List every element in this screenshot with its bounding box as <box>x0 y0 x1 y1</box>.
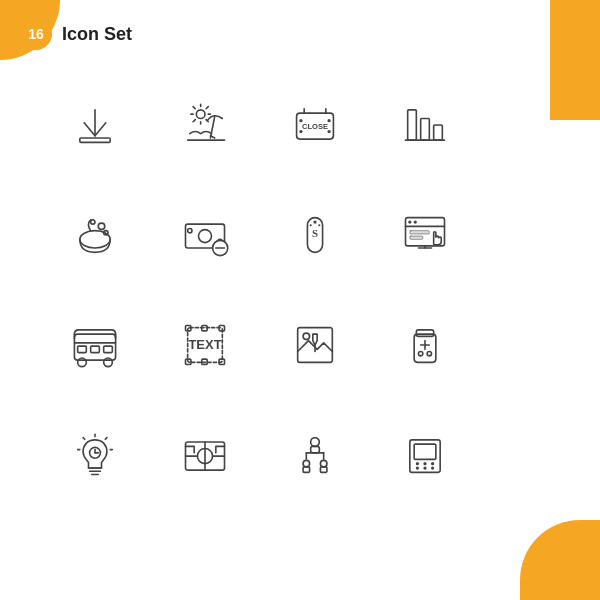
icon-cell-medicine[interactable] <box>370 290 480 400</box>
icon-cell-salt[interactable]: S <box>260 180 370 290</box>
svg-line-9 <box>206 107 208 109</box>
basketball-icon <box>179 429 231 481</box>
svg-point-38 <box>313 220 316 223</box>
text-tool-icon: TEXT <box>179 319 231 371</box>
svg-point-44 <box>414 220 417 223</box>
svg-point-28 <box>91 220 95 224</box>
svg-text:S: S <box>312 227 318 239</box>
svg-line-11 <box>210 116 214 138</box>
svg-point-55 <box>104 358 113 367</box>
svg-point-71 <box>419 352 423 356</box>
svg-point-40 <box>318 224 320 226</box>
badge: 16 <box>20 18 52 50</box>
svg-point-104 <box>416 466 419 469</box>
svg-rect-45 <box>410 231 430 234</box>
svg-line-77 <box>83 438 85 440</box>
svg-point-18 <box>299 119 302 122</box>
svg-rect-49 <box>74 334 115 360</box>
corner-decoration-tr <box>550 0 600 120</box>
icon-cell-idea[interactable] <box>40 400 150 510</box>
icon-cell-phone[interactable] <box>370 400 480 510</box>
svg-point-21 <box>327 130 330 133</box>
svg-rect-46 <box>410 236 423 239</box>
svg-rect-51 <box>78 346 87 353</box>
svg-rect-1 <box>80 138 110 142</box>
medicine-icon <box>399 319 451 371</box>
svg-rect-90 <box>311 446 320 453</box>
svg-rect-96 <box>303 467 310 472</box>
svg-point-103 <box>431 462 434 465</box>
svg-rect-24 <box>434 125 443 140</box>
svg-point-31 <box>199 230 212 243</box>
icon-cell-bar-chart[interactable] <box>370 70 480 180</box>
svg-line-79 <box>105 438 107 440</box>
icon-cell-web-analytics[interactable] <box>370 180 480 290</box>
svg-point-20 <box>327 119 330 122</box>
svg-point-43 <box>408 220 411 223</box>
svg-point-27 <box>98 223 105 230</box>
svg-rect-98 <box>320 467 327 472</box>
svg-point-101 <box>416 462 419 465</box>
svg-point-72 <box>427 352 431 356</box>
svg-rect-53 <box>104 346 113 353</box>
svg-point-26 <box>80 231 110 248</box>
icon-cell-soap[interactable] <box>40 180 150 290</box>
icon-cell-network[interactable] <box>260 400 370 510</box>
svg-point-106 <box>431 466 434 469</box>
icon-cell-beach[interactable] <box>150 70 260 180</box>
svg-line-7 <box>193 107 195 109</box>
network-icon <box>289 429 341 481</box>
svg-rect-52 <box>91 346 100 353</box>
svg-point-19 <box>299 130 302 133</box>
svg-text:CLOSE: CLOSE <box>302 122 328 131</box>
beach-icon <box>179 99 231 151</box>
header: 16 Icon Set <box>20 18 132 50</box>
svg-point-39 <box>310 224 312 226</box>
svg-rect-100 <box>414 444 436 459</box>
svg-line-10 <box>193 120 195 122</box>
svg-point-105 <box>423 466 426 469</box>
svg-point-89 <box>311 438 320 447</box>
svg-point-54 <box>78 358 87 367</box>
svg-point-95 <box>303 460 310 467</box>
bus-icon <box>69 319 121 371</box>
svg-rect-23 <box>421 119 430 141</box>
soap-icon <box>69 209 121 261</box>
icon-cell-bus[interactable] <box>40 290 150 400</box>
phone-icon <box>399 429 451 481</box>
close-sign-icon: CLOSE <box>289 99 341 151</box>
icon-cell-basketball[interactable] <box>150 400 260 510</box>
svg-point-32 <box>188 229 192 233</box>
web-analytics-icon <box>399 209 451 261</box>
page-title: Icon Set <box>62 24 132 45</box>
svg-point-97 <box>320 460 327 467</box>
svg-point-67 <box>303 333 310 340</box>
idea-icon <box>69 429 121 481</box>
icon-cell-close-sign[interactable]: CLOSE <box>260 70 370 180</box>
download-icon <box>69 99 121 151</box>
icon-cell-text-tool[interactable]: TEXT <box>150 290 260 400</box>
icon-cell-money-minus[interactable] <box>150 180 260 290</box>
svg-point-2 <box>196 110 205 119</box>
svg-text:TEXT: TEXT <box>188 337 221 352</box>
photo-filter-icon <box>289 319 341 371</box>
bar-chart-icon <box>399 99 451 151</box>
money-minus-icon <box>179 209 231 261</box>
svg-rect-22 <box>408 110 417 140</box>
svg-rect-70 <box>416 330 433 337</box>
icon-grid: CLOSE <box>40 70 480 510</box>
icon-cell-download[interactable] <box>40 70 150 180</box>
salt-icon: S <box>289 209 341 261</box>
svg-point-102 <box>423 462 426 465</box>
corner-decoration-br <box>520 520 600 600</box>
icon-cell-photo-filter[interactable] <box>260 290 370 400</box>
